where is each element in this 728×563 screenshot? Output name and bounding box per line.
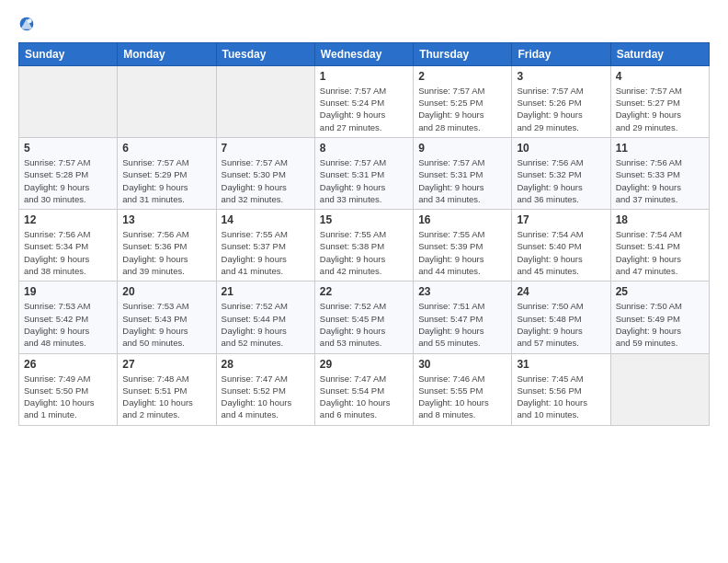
calendar-cell: 29Sunrise: 7:47 AM Sunset: 5:54 PM Dayli… <box>314 353 413 425</box>
calendar-cell: 25Sunrise: 7:50 AM Sunset: 5:49 PM Dayli… <box>610 282 709 353</box>
calendar-cell: 3Sunrise: 7:57 AM Sunset: 5:26 PM Daylig… <box>512 65 610 137</box>
calendar-cell: 6Sunrise: 7:57 AM Sunset: 5:29 PM Daylig… <box>118 137 216 209</box>
day-info: Sunrise: 7:51 AM Sunset: 5:47 PM Dayligh… <box>418 300 506 349</box>
day-number: 22 <box>320 285 408 298</box>
calendar-cell: 20Sunrise: 7:53 AM Sunset: 5:43 PM Dayli… <box>118 282 216 353</box>
calendar-table: SundayMondayTuesdayWednesdayThursdayFrid… <box>18 42 710 426</box>
day-info: Sunrise: 7:53 AM Sunset: 5:42 PM Dayligh… <box>24 300 112 349</box>
calendar-cell: 21Sunrise: 7:52 AM Sunset: 5:44 PM Dayli… <box>216 282 314 353</box>
calendar-cell: 27Sunrise: 7:48 AM Sunset: 5:51 PM Dayli… <box>118 353 216 425</box>
calendar-week-row: 26Sunrise: 7:49 AM Sunset: 5:50 PM Dayli… <box>19 353 710 425</box>
day-info: Sunrise: 7:56 AM Sunset: 5:32 PM Dayligh… <box>517 156 605 205</box>
day-info: Sunrise: 7:57 AM Sunset: 5:31 PM Dayligh… <box>320 156 408 205</box>
logo-icon <box>18 16 35 32</box>
day-number: 25 <box>616 285 704 298</box>
calendar-cell: 7Sunrise: 7:57 AM Sunset: 5:30 PM Daylig… <box>216 137 314 209</box>
weekday-header: Friday <box>512 42 610 65</box>
calendar-cell: 14Sunrise: 7:55 AM Sunset: 5:37 PM Dayli… <box>216 210 314 282</box>
calendar-cell: 28Sunrise: 7:47 AM Sunset: 5:52 PM Dayli… <box>216 353 314 425</box>
day-info: Sunrise: 7:57 AM Sunset: 5:29 PM Dayligh… <box>122 156 210 205</box>
calendar-week-row: 12Sunrise: 7:56 AM Sunset: 5:34 PM Dayli… <box>19 210 710 282</box>
day-info: Sunrise: 7:57 AM Sunset: 5:26 PM Dayligh… <box>517 85 605 133</box>
day-info: Sunrise: 7:55 AM Sunset: 5:38 PM Dayligh… <box>320 228 408 277</box>
calendar-cell <box>216 65 314 137</box>
calendar-week-row: 1Sunrise: 7:57 AM Sunset: 5:24 PM Daylig… <box>19 65 710 137</box>
day-info: Sunrise: 7:57 AM Sunset: 5:27 PM Dayligh… <box>616 85 704 133</box>
calendar-cell: 15Sunrise: 7:55 AM Sunset: 5:38 PM Dayli… <box>314 210 413 282</box>
calendar-cell: 16Sunrise: 7:55 AM Sunset: 5:39 PM Dayli… <box>414 210 512 282</box>
page-header <box>18 15 710 33</box>
day-info: Sunrise: 7:49 AM Sunset: 5:50 PM Dayligh… <box>24 373 112 421</box>
day-number: 8 <box>320 142 408 155</box>
day-number: 5 <box>24 142 112 155</box>
calendar-cell: 17Sunrise: 7:54 AM Sunset: 5:40 PM Dayli… <box>512 210 610 282</box>
day-info: Sunrise: 7:57 AM Sunset: 5:25 PM Dayligh… <box>418 85 506 133</box>
day-info: Sunrise: 7:47 AM Sunset: 5:54 PM Dayligh… <box>320 373 408 421</box>
calendar-cell: 30Sunrise: 7:46 AM Sunset: 5:55 PM Dayli… <box>414 353 512 425</box>
weekday-header: Thursday <box>414 42 512 65</box>
weekday-header: Monday <box>118 42 216 65</box>
day-info: Sunrise: 7:48 AM Sunset: 5:51 PM Dayligh… <box>122 373 210 421</box>
calendar-cell: 26Sunrise: 7:49 AM Sunset: 5:50 PM Dayli… <box>19 353 118 425</box>
calendar-cell: 11Sunrise: 7:56 AM Sunset: 5:33 PM Dayli… <box>610 137 709 209</box>
calendar-cell: 4Sunrise: 7:57 AM Sunset: 5:27 PM Daylig… <box>610 65 709 137</box>
day-info: Sunrise: 7:50 AM Sunset: 5:48 PM Dayligh… <box>517 300 605 349</box>
calendar-cell: 22Sunrise: 7:52 AM Sunset: 5:45 PM Dayli… <box>314 282 413 353</box>
calendar-cell: 13Sunrise: 7:56 AM Sunset: 5:36 PM Dayli… <box>118 210 216 282</box>
calendar-page: SundayMondayTuesdayWednesdayThursdayFrid… <box>0 0 728 563</box>
calendar-cell: 10Sunrise: 7:56 AM Sunset: 5:32 PM Dayli… <box>512 137 610 209</box>
weekday-header: Saturday <box>610 42 709 65</box>
weekday-header-row: SundayMondayTuesdayWednesdayThursdayFrid… <box>19 42 710 65</box>
day-number: 17 <box>517 213 605 226</box>
day-number: 2 <box>418 70 506 83</box>
day-number: 3 <box>517 70 605 83</box>
calendar-cell: 19Sunrise: 7:53 AM Sunset: 5:42 PM Dayli… <box>19 282 118 353</box>
day-number: 28 <box>222 358 310 371</box>
day-number: 30 <box>418 358 506 371</box>
day-info: Sunrise: 7:56 AM Sunset: 5:33 PM Dayligh… <box>616 156 704 205</box>
day-info: Sunrise: 7:55 AM Sunset: 5:37 PM Dayligh… <box>222 228 310 277</box>
logo <box>18 15 37 33</box>
calendar-cell: 31Sunrise: 7:45 AM Sunset: 5:56 PM Dayli… <box>512 353 610 425</box>
calendar-cell: 24Sunrise: 7:50 AM Sunset: 5:48 PM Dayli… <box>512 282 610 353</box>
day-info: Sunrise: 7:46 AM Sunset: 5:55 PM Dayligh… <box>418 373 506 421</box>
day-info: Sunrise: 7:56 AM Sunset: 5:36 PM Dayligh… <box>122 228 210 277</box>
svg-point-2 <box>28 18 32 23</box>
day-number: 29 <box>320 358 408 371</box>
weekday-header: Sunday <box>19 42 118 65</box>
calendar-cell: 8Sunrise: 7:57 AM Sunset: 5:31 PM Daylig… <box>314 137 413 209</box>
day-info: Sunrise: 7:57 AM Sunset: 5:31 PM Dayligh… <box>418 156 506 205</box>
calendar-week-row: 5Sunrise: 7:57 AM Sunset: 5:28 PM Daylig… <box>19 137 710 209</box>
day-number: 16 <box>418 213 506 226</box>
weekday-header: Tuesday <box>216 42 314 65</box>
day-number: 7 <box>222 142 310 155</box>
day-info: Sunrise: 7:57 AM Sunset: 5:30 PM Dayligh… <box>222 156 310 205</box>
calendar-week-row: 19Sunrise: 7:53 AM Sunset: 5:42 PM Dayli… <box>19 282 710 353</box>
day-info: Sunrise: 7:55 AM Sunset: 5:39 PM Dayligh… <box>418 228 506 277</box>
day-number: 19 <box>24 285 112 298</box>
day-number: 26 <box>24 358 112 371</box>
day-number: 27 <box>122 358 210 371</box>
day-number: 23 <box>418 285 506 298</box>
day-number: 13 <box>122 213 210 226</box>
day-info: Sunrise: 7:56 AM Sunset: 5:34 PM Dayligh… <box>24 228 112 277</box>
calendar-cell: 2Sunrise: 7:57 AM Sunset: 5:25 PM Daylig… <box>414 65 512 137</box>
day-info: Sunrise: 7:45 AM Sunset: 5:56 PM Dayligh… <box>517 373 605 421</box>
day-info: Sunrise: 7:57 AM Sunset: 5:24 PM Dayligh… <box>320 85 408 133</box>
calendar-cell: 5Sunrise: 7:57 AM Sunset: 5:28 PM Daylig… <box>19 137 118 209</box>
calendar-cell <box>610 353 709 425</box>
weekday-header: Wednesday <box>314 42 413 65</box>
day-number: 15 <box>320 213 408 226</box>
calendar-cell <box>19 65 118 137</box>
calendar-cell: 12Sunrise: 7:56 AM Sunset: 5:34 PM Dayli… <box>19 210 118 282</box>
day-number: 10 <box>517 142 605 155</box>
calendar-cell: 1Sunrise: 7:57 AM Sunset: 5:24 PM Daylig… <box>314 65 413 137</box>
calendar-cell: 18Sunrise: 7:54 AM Sunset: 5:41 PM Dayli… <box>610 210 709 282</box>
day-number: 9 <box>418 142 506 155</box>
day-number: 20 <box>122 285 210 298</box>
day-number: 6 <box>122 142 210 155</box>
calendar-cell: 9Sunrise: 7:57 AM Sunset: 5:31 PM Daylig… <box>414 137 512 209</box>
day-info: Sunrise: 7:54 AM Sunset: 5:41 PM Dayligh… <box>616 228 704 277</box>
day-number: 18 <box>616 213 704 226</box>
day-info: Sunrise: 7:52 AM Sunset: 5:45 PM Dayligh… <box>320 300 408 349</box>
